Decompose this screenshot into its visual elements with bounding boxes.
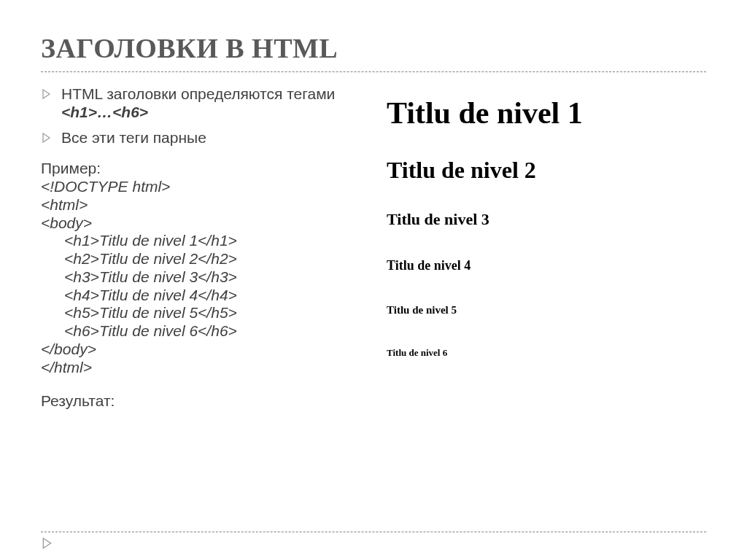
code-line: <h2>Titlu de nivel 2</h2> bbox=[41, 250, 369, 268]
bullet-text: HTML заголовки определяются тегами <h1>…… bbox=[61, 85, 369, 122]
rendered-h6: Titlu de nivel 6 bbox=[387, 347, 706, 359]
example-label: Пример: bbox=[41, 160, 369, 178]
rendered-h3: Titlu de nivel 3 bbox=[387, 210, 706, 229]
next-slide-marker-icon bbox=[41, 537, 54, 553]
code-line: <h6>Titlu de nivel 6</h6> bbox=[41, 322, 369, 341]
divider-bottom bbox=[41, 532, 706, 532]
code-line: <h3>Titlu de nivel 3</h3> bbox=[41, 268, 369, 287]
bullet-item: Все эти теги парные bbox=[41, 129, 369, 147]
divider-top bbox=[41, 71, 706, 72]
code-block: <!DOCTYPE html> <html> <body> <h1>Titlu … bbox=[41, 178, 369, 376]
bullet-marker-icon bbox=[41, 129, 61, 144]
code-line: </html> bbox=[41, 359, 92, 376]
code-line: </body> bbox=[41, 341, 96, 357]
right-column: Titlu de nivel 1 Titlu de nivel 2 Titlu … bbox=[387, 85, 706, 411]
slide: ЗАГОЛОВКИ В HTML HTML заголовки определя… bbox=[0, 0, 747, 560]
bullet-item: HTML заголовки определяются тегами <h1>…… bbox=[41, 85, 369, 122]
rendered-h2: Titlu de nivel 2 bbox=[387, 157, 706, 184]
rendered-h5: Titlu de nivel 5 bbox=[387, 304, 706, 316]
result-label: Результат: bbox=[41, 392, 369, 411]
slide-title: ЗАГОЛОВКИ В HTML bbox=[41, 32, 706, 64]
content-columns: HTML заголовки определяются тегами <h1>…… bbox=[41, 85, 706, 411]
rendered-h1: Titlu de nivel 1 bbox=[387, 96, 706, 131]
bullet-code: <h1>…<h6> bbox=[61, 104, 148, 120]
code-line: <body> bbox=[41, 214, 92, 231]
rendered-h4: Titlu de nivel 4 bbox=[387, 258, 706, 273]
left-column: HTML заголовки определяются тегами <h1>…… bbox=[41, 85, 369, 411]
code-line: <h1>Titlu de nivel 1</h1> bbox=[41, 232, 369, 250]
code-line: <html> bbox=[41, 196, 88, 213]
code-line: <h4>Titlu de nivel 4</h4> bbox=[41, 287, 369, 305]
bullet-marker-icon bbox=[41, 85, 61, 100]
bullet-pre: HTML заголовки определяются тегами bbox=[61, 85, 335, 102]
bullet-text: Все эти теги парные bbox=[61, 129, 369, 147]
code-line: <!DOCTYPE html> bbox=[41, 178, 170, 195]
bullet-pre: Все эти теги парные bbox=[61, 129, 206, 146]
code-line: <h5>Titlu de nivel 5</h5> bbox=[41, 304, 369, 322]
